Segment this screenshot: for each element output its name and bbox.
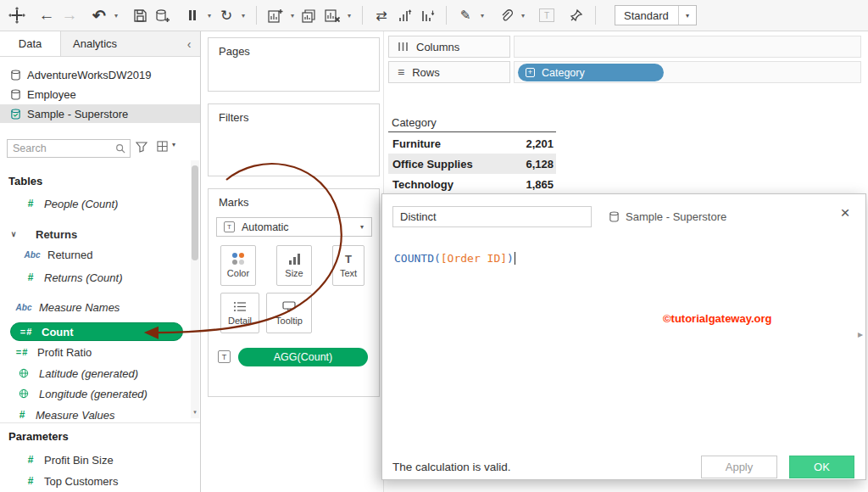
color-button[interactable]: Color	[220, 245, 256, 286]
text-icon: T	[345, 254, 352, 265]
fit-selector-caret-icon[interactable]: ▾	[678, 6, 696, 25]
filters-card-label: Filters	[219, 111, 248, 124]
highlight-button[interactable]: ✎	[455, 3, 476, 27]
refresh-caret-icon[interactable]: ▾	[239, 12, 248, 20]
datasource-label: Sample - Superstore	[27, 108, 128, 120]
save-button[interactable]	[130, 3, 150, 27]
forward-icon: →	[62, 6, 78, 25]
calculation-icon: =#	[16, 327, 36, 337]
refresh-button[interactable]: ↻	[216, 3, 236, 27]
field-longitude[interactable]: Longitude (generated)	[0, 384, 192, 403]
search-box[interactable]	[7, 139, 131, 158]
field-latitude[interactable]: Latitude (generated)	[0, 364, 192, 383]
undo-icon: ↶	[92, 6, 106, 25]
formula-editor[interactable]: COUNTD([Order ID])	[394, 252, 515, 265]
field-measure-names[interactable]: Abc Measure Names	[0, 298, 192, 316]
field-count-selected[interactable]: =# Count	[10, 322, 183, 341]
detail-icon	[233, 301, 247, 312]
show-mark-labels-button[interactable]: T	[537, 3, 557, 27]
agg-count-pill[interactable]: AGG(Count)	[238, 348, 368, 366]
tab-data[interactable]: Data	[0, 31, 61, 56]
forward-button[interactable]: →	[59, 3, 80, 27]
text-shelf-icon: T	[218, 350, 231, 363]
mark-type-dropdown[interactable]: T Automatic ▾	[216, 217, 372, 237]
number-icon: #	[22, 271, 39, 283]
number-icon: #	[22, 475, 39, 487]
highlight-caret-icon[interactable]: ▾	[478, 12, 487, 20]
field-group-returns[interactable]: ∨ Returns	[0, 225, 192, 243]
collapse-panel-icon[interactable]: ‹	[178, 31, 200, 56]
datasource-item[interactable]: AdventureWorksDW2019	[0, 65, 200, 84]
sort-descending-button[interactable]	[417, 3, 437, 27]
text-cursor	[515, 252, 515, 265]
viz-column-header[interactable]: Category	[392, 114, 437, 131]
parameter-top-customers[interactable]: # Top Customers	[0, 472, 192, 490]
pages-card[interactable]: Pages	[208, 37, 380, 92]
tab-analytics[interactable]: Analytics	[61, 31, 129, 56]
clear-sheet-caret-icon[interactable]: ▾	[345, 12, 353, 20]
swap-axes-button[interactable]: ⇄	[371, 3, 392, 27]
new-worksheet-button[interactable]	[265, 3, 286, 27]
undo-button[interactable]: ↶	[89, 3, 109, 27]
field-profit-ratio[interactable]: =# Profit Ratio	[0, 343, 192, 361]
undo-caret-icon[interactable]: ▾	[112, 12, 120, 20]
pause-updates-button[interactable]	[182, 3, 203, 27]
calculation-icon: =#	[12, 347, 32, 357]
fit-selector[interactable]: Standard ▾	[615, 5, 697, 25]
fix-axes-button[interactable]	[566, 3, 587, 27]
watermark-text: ©tutorialgateway.org	[663, 312, 772, 325]
group-members-button[interactable]	[496, 3, 516, 27]
detail-button[interactable]: Detail	[220, 293, 259, 333]
field-measure-values[interactable]: # Measure Values	[0, 405, 192, 424]
duplicate-sheet-button[interactable]	[299, 3, 320, 27]
scrollbar-thumb[interactable]	[192, 165, 198, 260]
field-people-count[interactable]: # People (Count)	[0, 194, 192, 213]
calculation-name-input[interactable]	[392, 206, 592, 227]
filters-card[interactable]: Filters	[208, 103, 380, 176]
size-button[interactable]: Size	[276, 245, 312, 286]
globe-icon	[14, 368, 34, 378]
parameter-profit-bin-size[interactable]: # Profit Bin Size	[0, 450, 192, 469]
marks-card[interactable]: Marks T Automatic ▾ Color Size T Text De…	[208, 188, 380, 397]
pause-caret-icon[interactable]: ▾	[205, 12, 214, 20]
scroll-down-icon[interactable]: ▾	[191, 406, 199, 418]
viz-row[interactable]: Technology 1,865	[388, 174, 556, 194]
search-input[interactable]	[8, 143, 111, 154]
field-returned[interactable]: Abc Returned	[0, 245, 192, 264]
columns-shelf-label: Columns	[388, 36, 510, 58]
datasource-item-selected[interactable]: Sample - Superstore	[0, 104, 200, 123]
pin-icon	[570, 8, 583, 22]
number-icon: #	[22, 198, 39, 210]
view-options-button[interactable]	[157, 141, 168, 152]
close-icon[interactable]: ×	[835, 203, 855, 223]
clear-sheet-button[interactable]	[322, 3, 342, 27]
filter-fields-button[interactable]	[136, 141, 147, 153]
fields-scrollbar[interactable]: ▾	[191, 160, 199, 418]
back-button[interactable]: ←	[36, 3, 57, 27]
ok-button[interactable]: OK	[789, 456, 854, 478]
mark-type-caret-icon[interactable]: ▾	[353, 223, 371, 231]
expand-plus-icon[interactable]: +	[526, 68, 535, 77]
columns-shelf[interactable]	[514, 36, 861, 58]
apply-button[interactable]: Apply	[701, 456, 777, 478]
sort-ascending-button[interactable]	[394, 3, 415, 27]
group-caret-icon[interactable]: ▾	[519, 12, 527, 20]
parameters-section-label: Parameters	[8, 428, 69, 444]
expand-side-panel-icon[interactable]: ▸	[858, 328, 863, 340]
chevron-down-icon[interactable]: ∨	[7, 230, 20, 238]
database-icon	[10, 89, 21, 100]
new-worksheet-caret-icon[interactable]: ▾	[288, 12, 297, 20]
view-options-caret-icon[interactable]: ▾	[172, 141, 175, 148]
tooltip-button[interactable]: Tooltip	[266, 293, 312, 333]
category-pill[interactable]: + Category	[518, 64, 664, 81]
tableau-logo-icon	[7, 3, 27, 27]
text-button[interactable]: T Text	[332, 245, 364, 286]
datasource-item[interactable]: Employee	[0, 85, 200, 103]
highlight-pen-icon: ✎	[460, 8, 471, 23]
viz-row[interactable]: Office Supplies 6,128	[388, 154, 556, 174]
mark-type-value: Automatic	[242, 221, 289, 233]
field-returns-count[interactable]: # Returns (Count)	[0, 268, 192, 287]
rows-shelf-label: ≡ Rows	[388, 61, 510, 83]
new-datasource-button[interactable]	[153, 3, 173, 27]
viz-row[interactable]: Furniture 2,201	[388, 133, 556, 154]
